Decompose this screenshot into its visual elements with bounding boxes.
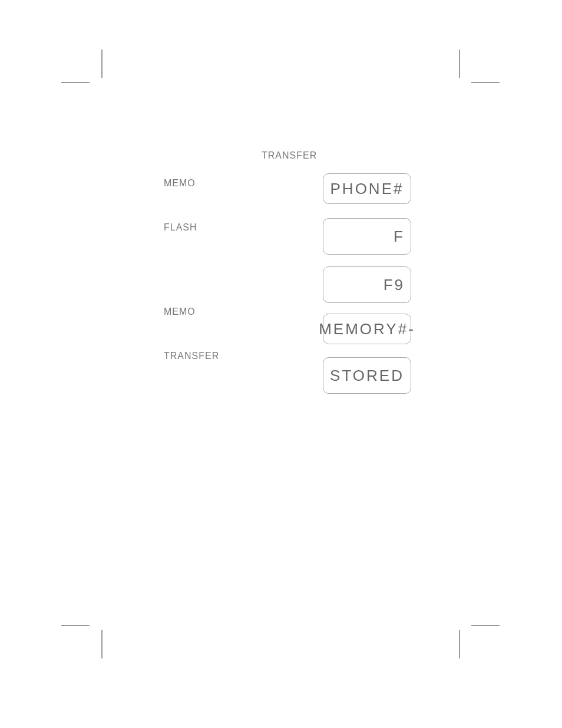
display-phone: PHONE# <box>323 173 411 204</box>
label-transfer-top: TRANSFER <box>262 150 317 161</box>
label-memo-1: MEMO <box>164 178 196 189</box>
crop-mark <box>471 82 500 83</box>
display-f-text: F <box>394 228 405 246</box>
display-stored-text: STORED <box>330 367 404 385</box>
display-memory-text: MEMORY#- <box>319 320 415 338</box>
crop-mark <box>101 630 103 658</box>
crop-mark <box>101 50 103 78</box>
crop-mark <box>471 625 500 626</box>
display-phone-text: PHONE# <box>330 180 404 198</box>
label-flash: FLASH <box>164 222 197 233</box>
display-stored: STORED <box>323 357 411 394</box>
label-transfer-bottom: TRANSFER <box>164 351 219 361</box>
crop-mark <box>459 50 460 78</box>
display-f9-text: F9 <box>384 276 405 294</box>
display-f: F <box>323 218 411 255</box>
crop-mark <box>61 625 90 626</box>
crop-mark <box>459 630 460 658</box>
display-memory: MEMORY#- <box>323 314 411 344</box>
label-memo-2: MEMO <box>164 307 196 317</box>
display-f9: F9 <box>323 266 411 303</box>
crop-mark <box>61 82 90 83</box>
